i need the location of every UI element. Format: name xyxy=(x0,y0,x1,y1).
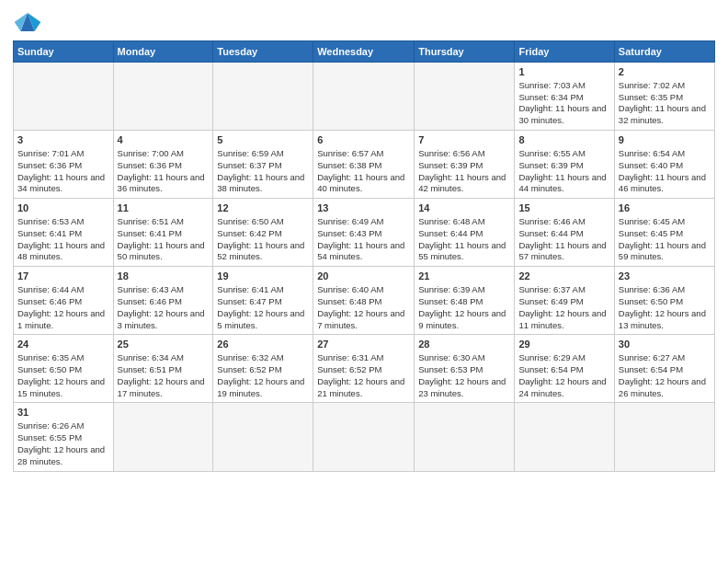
day-number: 5 xyxy=(217,133,309,147)
day-info: Sunrise: 6:55 AMSunset: 6:39 PMDaylight:… xyxy=(518,148,606,193)
day-info: Sunrise: 7:00 AMSunset: 6:36 PMDaylight:… xyxy=(118,148,205,193)
day-number: 30 xyxy=(619,338,711,351)
day-number: 3 xyxy=(17,133,109,147)
day-info: Sunrise: 6:56 AMSunset: 6:39 PMDaylight:… xyxy=(418,148,506,193)
calendar-cell: 11Sunrise: 6:51 AMSunset: 6:41 PMDayligh… xyxy=(113,199,213,267)
calendar-cell: 7Sunrise: 6:56 AMSunset: 6:39 PMDaylight… xyxy=(415,131,515,199)
day-number: 28 xyxy=(418,338,510,351)
calendar-week-row: 1Sunrise: 7:03 AMSunset: 6:34 PMDaylight… xyxy=(14,63,715,131)
calendar-cell xyxy=(515,403,614,471)
day-info: Sunrise: 6:41 AMSunset: 6:47 PMDaylight:… xyxy=(217,284,304,329)
day-number: 1 xyxy=(518,65,609,79)
day-number: 22 xyxy=(518,270,609,283)
day-info: Sunrise: 6:32 AMSunset: 6:52 PMDaylight:… xyxy=(217,352,304,397)
day-number: 13 xyxy=(317,201,410,215)
calendar-week-row: 24Sunrise: 6:35 AMSunset: 6:50 PMDayligh… xyxy=(14,335,715,403)
calendar-cell xyxy=(113,403,213,471)
day-number: 11 xyxy=(118,201,210,215)
day-number: 23 xyxy=(619,270,711,283)
day-number: 2 xyxy=(619,65,711,79)
day-number: 27 xyxy=(317,338,410,351)
weekday-header-sunday: Sunday xyxy=(14,41,114,63)
day-info: Sunrise: 6:29 AMSunset: 6:54 PMDaylight:… xyxy=(518,352,606,397)
day-info: Sunrise: 6:43 AMSunset: 6:46 PMDaylight:… xyxy=(118,284,205,329)
day-info: Sunrise: 6:54 AMSunset: 6:40 PMDaylight:… xyxy=(619,148,706,193)
day-info: Sunrise: 6:39 AMSunset: 6:48 PMDaylight:… xyxy=(418,284,506,329)
calendar-week-row: 3Sunrise: 7:01 AMSunset: 6:36 PMDaylight… xyxy=(14,131,715,199)
calendar-cell: 25Sunrise: 6:34 AMSunset: 6:51 PMDayligh… xyxy=(113,335,213,403)
day-info: Sunrise: 6:26 AMSunset: 6:55 PMDaylight:… xyxy=(17,420,105,465)
day-info: Sunrise: 6:40 AMSunset: 6:48 PMDaylight:… xyxy=(317,284,404,329)
calendar-week-row: 17Sunrise: 6:44 AMSunset: 6:46 PMDayligh… xyxy=(14,267,715,335)
day-info: Sunrise: 6:36 AMSunset: 6:50 PMDaylight:… xyxy=(619,284,706,329)
calendar-cell: 29Sunrise: 6:29 AMSunset: 6:54 PMDayligh… xyxy=(515,335,614,403)
day-number: 6 xyxy=(317,133,410,147)
day-info: Sunrise: 6:49 AMSunset: 6:43 PMDaylight:… xyxy=(317,216,404,261)
day-number: 7 xyxy=(418,133,510,147)
day-info: Sunrise: 6:53 AMSunset: 6:41 PMDaylight:… xyxy=(17,216,105,261)
weekday-header-thursday: Thursday xyxy=(415,41,515,63)
calendar-week-row: 10Sunrise: 6:53 AMSunset: 6:41 PMDayligh… xyxy=(14,199,715,267)
weekday-header-monday: Monday xyxy=(113,41,213,63)
calendar-cell xyxy=(415,403,515,471)
calendar-cell: 18Sunrise: 6:43 AMSunset: 6:46 PMDayligh… xyxy=(113,267,213,335)
day-info: Sunrise: 7:01 AMSunset: 6:36 PMDaylight:… xyxy=(17,148,105,193)
day-number: 15 xyxy=(518,201,609,215)
calendar-cell: 15Sunrise: 6:46 AMSunset: 6:44 PMDayligh… xyxy=(515,199,614,267)
day-info: Sunrise: 6:27 AMSunset: 6:54 PMDaylight:… xyxy=(619,352,706,397)
day-number: 12 xyxy=(217,201,309,215)
weekday-header-row: SundayMondayTuesdayWednesdayThursdayFrid… xyxy=(14,41,715,63)
calendar-cell: 3Sunrise: 7:01 AMSunset: 6:36 PMDaylight… xyxy=(14,131,114,199)
day-info: Sunrise: 6:59 AMSunset: 6:37 PMDaylight:… xyxy=(217,148,304,193)
calendar-cell: 22Sunrise: 6:37 AMSunset: 6:49 PMDayligh… xyxy=(515,267,614,335)
header xyxy=(13,9,715,35)
day-number: 25 xyxy=(118,338,210,351)
calendar-cell: 28Sunrise: 6:30 AMSunset: 6:53 PMDayligh… xyxy=(415,335,515,403)
calendar-cell xyxy=(213,403,313,471)
calendar-cell xyxy=(213,63,313,131)
day-number: 16 xyxy=(619,201,711,215)
calendar-cell: 12Sunrise: 6:50 AMSunset: 6:42 PMDayligh… xyxy=(213,199,313,267)
calendar-cell: 23Sunrise: 6:36 AMSunset: 6:50 PMDayligh… xyxy=(614,267,714,335)
calendar-cell: 2Sunrise: 7:02 AMSunset: 6:35 PMDaylight… xyxy=(614,63,714,131)
day-info: Sunrise: 6:30 AMSunset: 6:53 PMDaylight:… xyxy=(418,352,506,397)
day-number: 26 xyxy=(217,338,309,351)
day-number: 4 xyxy=(118,133,210,147)
day-number: 19 xyxy=(217,270,309,283)
calendar-cell: 24Sunrise: 6:35 AMSunset: 6:50 PMDayligh… xyxy=(14,335,114,403)
weekday-header-friday: Friday xyxy=(515,41,614,63)
calendar-cell: 30Sunrise: 6:27 AMSunset: 6:54 PMDayligh… xyxy=(614,335,714,403)
day-info: Sunrise: 6:44 AMSunset: 6:46 PMDaylight:… xyxy=(17,284,105,329)
weekday-header-tuesday: Tuesday xyxy=(213,41,313,63)
day-number: 18 xyxy=(118,270,210,283)
calendar-cell: 26Sunrise: 6:32 AMSunset: 6:52 PMDayligh… xyxy=(213,335,313,403)
day-number: 21 xyxy=(418,270,510,283)
day-number: 20 xyxy=(317,270,410,283)
logo-icon xyxy=(13,9,42,35)
day-info: Sunrise: 6:37 AMSunset: 6:49 PMDaylight:… xyxy=(518,284,606,329)
calendar-cell: 27Sunrise: 6:31 AMSunset: 6:52 PMDayligh… xyxy=(313,335,415,403)
day-info: Sunrise: 6:50 AMSunset: 6:42 PMDaylight:… xyxy=(217,216,304,261)
calendar-cell: 10Sunrise: 6:53 AMSunset: 6:41 PMDayligh… xyxy=(14,199,114,267)
calendar-cell xyxy=(313,403,415,471)
day-number: 31 xyxy=(17,406,109,419)
calendar-cell xyxy=(415,63,515,131)
calendar-cell: 13Sunrise: 6:49 AMSunset: 6:43 PMDayligh… xyxy=(313,199,415,267)
day-info: Sunrise: 6:35 AMSunset: 6:50 PMDaylight:… xyxy=(17,352,105,397)
calendar-cell: 21Sunrise: 6:39 AMSunset: 6:48 PMDayligh… xyxy=(415,267,515,335)
calendar-cell: 20Sunrise: 6:40 AMSunset: 6:48 PMDayligh… xyxy=(313,267,415,335)
day-number: 10 xyxy=(17,201,109,215)
calendar-cell: 8Sunrise: 6:55 AMSunset: 6:39 PMDaylight… xyxy=(515,131,614,199)
day-info: Sunrise: 7:02 AMSunset: 6:35 PMDaylight:… xyxy=(619,80,706,125)
day-info: Sunrise: 6:34 AMSunset: 6:51 PMDaylight:… xyxy=(118,352,205,397)
day-info: Sunrise: 6:57 AMSunset: 6:38 PMDaylight:… xyxy=(317,148,404,193)
calendar-cell: 6Sunrise: 6:57 AMSunset: 6:38 PMDaylight… xyxy=(313,131,415,199)
calendar-cell: 31Sunrise: 6:26 AMSunset: 6:55 PMDayligh… xyxy=(14,403,114,471)
page: SundayMondayTuesdayWednesdayThursdayFrid… xyxy=(0,0,728,563)
day-info: Sunrise: 6:51 AMSunset: 6:41 PMDaylight:… xyxy=(118,216,205,261)
calendar-cell: 5Sunrise: 6:59 AMSunset: 6:37 PMDaylight… xyxy=(213,131,313,199)
calendar-cell xyxy=(614,403,714,471)
calendar-cell: 9Sunrise: 6:54 AMSunset: 6:40 PMDaylight… xyxy=(614,131,714,199)
calendar-cell xyxy=(113,63,213,131)
calendar-cell: 14Sunrise: 6:48 AMSunset: 6:44 PMDayligh… xyxy=(415,199,515,267)
